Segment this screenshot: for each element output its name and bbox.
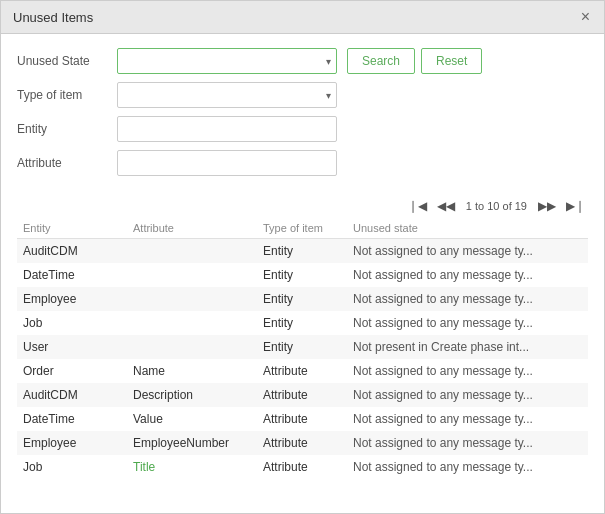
table-row: UserEntityNot present in Create phase in… [17, 335, 588, 359]
last-page-button[interactable]: ▶❘ [563, 198, 588, 214]
table-row: AuditCDMDescriptionAttributeNot assigned… [17, 383, 588, 407]
cell-entity: User [17, 335, 127, 359]
cell-type: Attribute [257, 431, 347, 455]
cell-type: Attribute [257, 455, 347, 479]
cell-state: Not assigned to any message ty... [347, 407, 588, 431]
table-header-row: Entity Attribute Type of item Unused sta… [17, 218, 588, 239]
table-body: AuditCDMEntityNot assigned to any messag… [17, 239, 588, 480]
attribute-row: Attribute [17, 150, 588, 176]
table-row: OrderNameAttributeNot assigned to any me… [17, 359, 588, 383]
col-header-entity: Entity [17, 218, 127, 239]
cell-state: Not assigned to any message ty... [347, 263, 588, 287]
cell-attribute [127, 263, 257, 287]
cell-type: Entity [257, 287, 347, 311]
table-row: JobEntityNot assigned to any message ty.… [17, 311, 588, 335]
cell-entity: Job [17, 311, 127, 335]
close-button[interactable]: × [579, 9, 592, 25]
table-row: JobTitleAttributeNot assigned to any mes… [17, 455, 588, 479]
col-header-state: Unused state [347, 218, 588, 239]
first-page-button[interactable]: ❘◀ [405, 198, 430, 214]
table-row: EmployeeEntityNot assigned to any messag… [17, 287, 588, 311]
cell-attribute: Name [127, 359, 257, 383]
unused-items-dialog: Unused Items × Unused State ▾ Search Res… [0, 0, 605, 514]
cell-state: Not assigned to any message ty... [347, 359, 588, 383]
table-row: EmployeeEmployeeNumberAttributeNot assig… [17, 431, 588, 455]
cell-attribute: Description [127, 383, 257, 407]
table-row: AuditCDMEntityNot assigned to any messag… [17, 239, 588, 264]
cell-state: Not assigned to any message ty... [347, 239, 588, 264]
unused-items-table: Entity Attribute Type of item Unused sta… [17, 218, 588, 479]
cell-type: Attribute [257, 407, 347, 431]
pagination-row: ❘◀ ◀◀ 1 to 10 of 19 ▶▶ ▶❘ [1, 192, 604, 218]
prev-page-button[interactable]: ◀◀ [434, 198, 458, 214]
cell-entity: DateTime [17, 407, 127, 431]
cell-type: Entity [257, 263, 347, 287]
attribute-label: Attribute [17, 156, 117, 170]
cell-attribute [127, 287, 257, 311]
form-body: Unused State ▾ Search Reset Type of item… [1, 34, 604, 192]
type-row: Type of item ▾ [17, 82, 588, 108]
cell-type: Entity [257, 311, 347, 335]
cell-attribute [127, 311, 257, 335]
pagination-info: 1 to 10 of 19 [466, 200, 527, 212]
dialog-title: Unused Items [13, 10, 93, 25]
cell-entity: Order [17, 359, 127, 383]
cell-attribute: Title [127, 455, 257, 479]
table-row: DateTimeValueAttributeNot assigned to an… [17, 407, 588, 431]
reset-button[interactable]: Reset [421, 48, 482, 74]
cell-entity: Employee [17, 287, 127, 311]
entity-input[interactable] [117, 116, 337, 142]
type-select[interactable] [117, 82, 337, 108]
cell-entity: AuditCDM [17, 239, 127, 264]
table-wrapper: Entity Attribute Type of item Unused sta… [1, 218, 604, 513]
cell-state: Not assigned to any message ty... [347, 287, 588, 311]
search-button[interactable]: Search [347, 48, 415, 74]
unused-state-label: Unused State [17, 54, 117, 68]
cell-entity: DateTime [17, 263, 127, 287]
entity-label: Entity [17, 122, 117, 136]
cell-state: Not assigned to any message ty... [347, 383, 588, 407]
next-page-button[interactable]: ▶▶ [535, 198, 559, 214]
entity-row: Entity [17, 116, 588, 142]
cell-type: Entity [257, 239, 347, 264]
cell-state: Not assigned to any message ty... [347, 311, 588, 335]
cell-entity: Employee [17, 431, 127, 455]
attribute-input[interactable] [117, 150, 337, 176]
cell-state: Not assigned to any message ty... [347, 431, 588, 455]
col-header-attribute: Attribute [127, 218, 257, 239]
cell-type: Attribute [257, 383, 347, 407]
table-row: DateTimeEntityNot assigned to any messag… [17, 263, 588, 287]
cell-state: Not assigned to any message ty... [347, 455, 588, 479]
type-select-wrapper: ▾ [117, 82, 337, 108]
cell-attribute [127, 239, 257, 264]
unused-state-select[interactable] [117, 48, 337, 74]
cell-attribute: Value [127, 407, 257, 431]
cell-attribute: EmployeeNumber [127, 431, 257, 455]
cell-type: Attribute [257, 359, 347, 383]
cell-state: Not present in Create phase int... [347, 335, 588, 359]
type-label: Type of item [17, 88, 117, 102]
col-header-type: Type of item [257, 218, 347, 239]
cell-entity: AuditCDM [17, 383, 127, 407]
cell-entity: Job [17, 455, 127, 479]
cell-attribute [127, 335, 257, 359]
unused-state-select-wrapper: ▾ [117, 48, 337, 74]
unused-state-row: Unused State ▾ Search Reset [17, 48, 588, 74]
dialog-header: Unused Items × [1, 1, 604, 34]
cell-type: Entity [257, 335, 347, 359]
